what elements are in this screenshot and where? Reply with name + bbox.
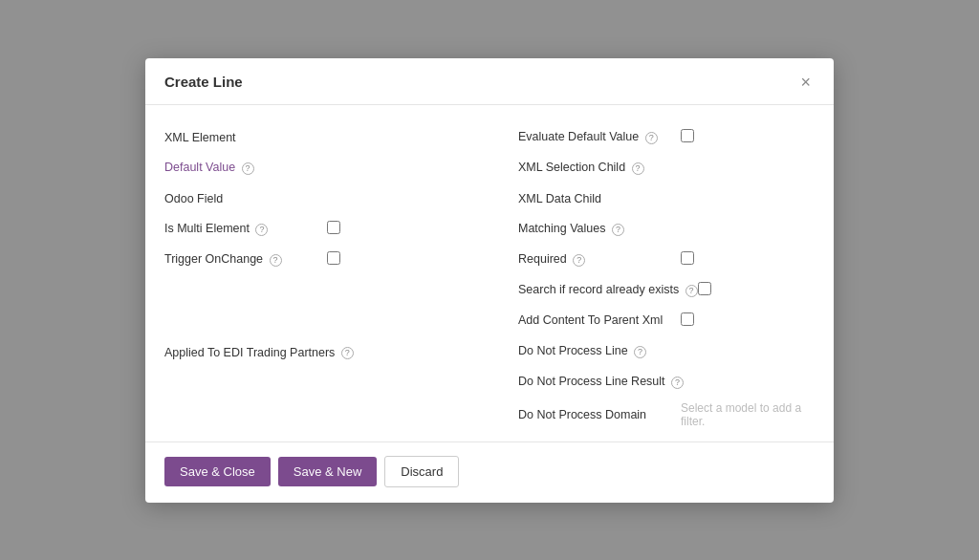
modal-body: XML Element Default Value ? Odoo Field I… — [145, 105, 834, 442]
do-not-process-line-label: Do Not Process Line ? — [518, 344, 681, 357]
default-value-link[interactable]: Default Value — [164, 161, 235, 174]
field-row-default-value: Default Value ? — [164, 153, 461, 183]
odoo-field-label: Odoo Field — [164, 192, 327, 205]
required-value — [681, 251, 815, 268]
close-button[interactable]: × — [796, 72, 815, 93]
search-if-record-value — [698, 282, 815, 298]
field-row-trigger-onchange: Trigger OnChange ? — [164, 245, 461, 275]
field-row-do-not-process-line: Do Not Process Line ? — [518, 336, 815, 367]
field-row-xml-element: XML Element — [164, 122, 461, 153]
xml-data-child-label: XML Data Child — [518, 192, 681, 205]
field-row-add-content-parent-xml: Add Content To Parent Xml — [518, 306, 815, 336]
do-not-process-line-result-help-icon: ? — [671, 377, 684, 389]
field-row-xml-selection-child: XML Selection Child ? — [518, 153, 815, 183]
is-multi-element-help-icon: ? — [255, 224, 268, 236]
left-column: XML Element Default Value ? Odoo Field I… — [164, 122, 490, 432]
matching-values-label: Matching Values ? — [518, 222, 681, 235]
is-multi-element-checkbox[interactable] — [327, 221, 340, 234]
modal-header: Create Line × — [145, 58, 834, 105]
field-row-evaluate-default-value: Evaluate Default Value ? — [518, 122, 815, 153]
search-if-record-checkbox[interactable] — [698, 282, 711, 295]
default-value-label: Default Value ? — [164, 161, 327, 174]
save-close-button[interactable]: Save & Close — [164, 457, 271, 486]
do-not-process-domain-placeholder: Select a model to add a filter. — [681, 401, 815, 428]
do-not-process-domain-label: Do Not Process Domain — [518, 408, 681, 421]
search-if-record-help-icon: ? — [685, 285, 698, 297]
default-value-help-icon: ? — [242, 162, 254, 175]
required-help-icon: ? — [573, 254, 585, 267]
save-new-button[interactable]: Save & New — [278, 457, 378, 486]
add-content-parent-xml-checkbox[interactable] — [681, 312, 694, 326]
do-not-process-line-help-icon: ? — [634, 346, 646, 358]
evaluate-default-value-field — [681, 129, 815, 145]
search-if-record-label: Search if record already exists ? — [518, 282, 698, 297]
field-row-matching-values: Matching Values ? — [518, 214, 815, 245]
trigger-onchange-checkbox[interactable] — [327, 251, 340, 265]
is-multi-element-label: Is Multi Element ? — [164, 222, 327, 235]
trigger-onchange-label: Trigger OnChange ? — [164, 252, 327, 266]
field-row-search-if-record: Search if record already exists ? — [518, 275, 815, 306]
field-row-do-not-process-domain: Do Not Process Domain Select a model to … — [518, 398, 815, 432]
modal-title: Create Line — [164, 74, 243, 90]
field-row-xml-data-child: XML Data Child — [518, 183, 815, 214]
do-not-process-line-result-label: Do Not Process Line Result ? — [518, 374, 684, 389]
xml-element-label: XML Element — [164, 131, 327, 144]
applied-to-edi-label: Applied To EDI Trading Partners ? — [164, 346, 354, 359]
field-row-odoo-field: Odoo Field — [164, 183, 461, 214]
evaluate-default-value-help-icon: ? — [645, 132, 658, 144]
field-row-do-not-process-line-result: Do Not Process Line Result ? — [518, 367, 815, 398]
trigger-onchange-value — [327, 251, 461, 268]
is-multi-element-value — [327, 221, 461, 237]
field-row-applied-to-edi: Applied To EDI Trading Partners ? — [164, 342, 461, 373]
required-checkbox[interactable] — [681, 251, 694, 265]
add-content-parent-xml-label: Add Content To Parent Xml — [518, 312, 681, 328]
modal-footer: Save & Close Save & New Discard — [145, 442, 834, 503]
xml-selection-child-help-icon: ? — [632, 162, 644, 175]
field-row-required: Required ? — [518, 245, 815, 275]
add-content-parent-xml-value — [681, 312, 815, 329]
required-label: Required ? — [518, 252, 681, 266]
xml-selection-child-label: XML Selection Child ? — [518, 161, 681, 174]
trigger-onchange-help-icon: ? — [270, 254, 282, 267]
right-column: Evaluate Default Value ? XML Selection C… — [490, 122, 815, 432]
discard-button[interactable]: Discard — [384, 456, 459, 487]
applied-to-edi-help-icon: ? — [341, 347, 354, 359]
modal-overlay: Create Line × XML Element Default Value … — [0, 0, 979, 560]
matching-values-help-icon: ? — [612, 224, 624, 236]
create-line-modal: Create Line × XML Element Default Value … — [145, 58, 834, 503]
left-spacer — [164, 275, 461, 342]
field-row-is-multi-element: Is Multi Element ? — [164, 214, 461, 245]
evaluate-default-value-checkbox[interactable] — [681, 129, 694, 142]
evaluate-default-value-label: Evaluate Default Value ? — [518, 129, 681, 144]
